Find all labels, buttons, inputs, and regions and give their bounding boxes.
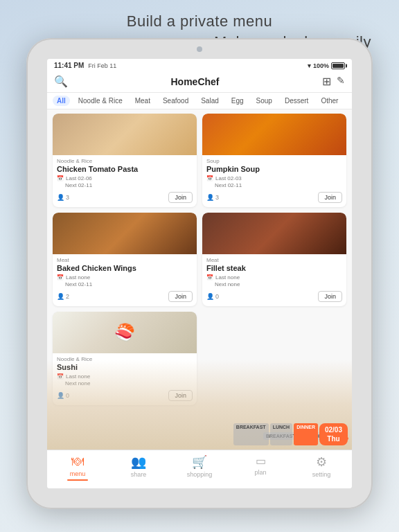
- recipe-img-1: [53, 114, 197, 155]
- recipe-people-1: 👤 3: [57, 194, 69, 201]
- recipe-img-5: [53, 312, 197, 353]
- recipe-next-4: Next none: [206, 281, 342, 287]
- recipe-card-2: Soup Pumpkin Soup 📅 Last 02-03 Next 02-1…: [202, 114, 346, 207]
- category-tabs: All Noodle & Rice Meat Seafood Salad Egg…: [47, 93, 352, 109]
- recipe-next-1: Next 02-11: [57, 182, 193, 188]
- lunch-tab[interactable]: LUNCH: [270, 423, 293, 445]
- menu-label: menu: [70, 470, 86, 477]
- recipe-card-1: Noodle & Rice Chicken Tomato Pasta 📅 Las…: [53, 114, 197, 207]
- cat-tab-noodle[interactable]: Noodle & Rice: [74, 96, 127, 106]
- recipe-last-2: 📅 Last 02-03: [206, 175, 342, 181]
- recipe-footer-3: 👤 2 Join: [53, 290, 197, 302]
- calendar-icon-5: 📅: [57, 373, 64, 380]
- tagline-line1: Build a private menu: [0, 12, 399, 30]
- people-icon-2: 👤: [206, 194, 214, 201]
- recipe-card-3: Meat Baked Chicken Wings 📅 Last none Nex…: [53, 213, 197, 306]
- people-count-3: 2: [66, 293, 69, 300]
- people-icon-5: 👤: [57, 392, 64, 399]
- recipe-footer-5: 👤 0 Join: [53, 389, 197, 401]
- calendar-icon-3: 📅: [57, 274, 64, 281]
- dinner-tab[interactable]: DINNER: [294, 423, 318, 445]
- cat-tab-seafood[interactable]: Seafood: [159, 96, 193, 106]
- ipad-frame: 11:41 PM Fri Feb 11 ▾ 100% 🔍 HomeChef ⊞ …: [26, 38, 373, 509]
- recipe-body-1: Noodle & Rice Chicken Tomato Pasta 📅 Las…: [53, 155, 197, 190]
- recipe-last-date-3: Last none: [66, 274, 90, 281]
- join-btn-2[interactable]: Join: [318, 192, 342, 203]
- grid-icon[interactable]: ⊞: [322, 75, 331, 88]
- breakfast-tab[interactable]: BREAKFAST: [233, 423, 269, 445]
- nav-setting[interactable]: ⚙ setting: [291, 454, 352, 478]
- recipe-footer-4: 👤 0 Join: [202, 290, 346, 302]
- cat-tab-dessert[interactable]: Dessert: [281, 96, 312, 106]
- nav-shopping[interactable]: 🛒 shopping: [169, 454, 230, 478]
- cat-tab-salad[interactable]: Salad: [197, 96, 223, 106]
- recipe-last-3: 📅 Last none: [57, 274, 193, 281]
- setting-icon: ⚙: [316, 454, 327, 470]
- recipe-img-2: [202, 114, 346, 155]
- recipe-footer-2: 👤 3 Join: [202, 190, 346, 203]
- recipe-name-5: Sushi: [57, 363, 193, 371]
- recipe-body-3: Meat Baked Chicken Wings 📅 Last none Nex…: [53, 254, 197, 290]
- status-right: ▾ 100%: [308, 62, 345, 69]
- setting-label: setting: [312, 471, 331, 478]
- recipe-name-1: Chicken Tomato Pasta: [57, 165, 193, 173]
- edit-icon[interactable]: ✎: [337, 75, 345, 88]
- battery-icon: [331, 62, 345, 69]
- join-btn-5[interactable]: Join: [168, 390, 193, 401]
- nav-underline: [67, 479, 88, 481]
- cat-tab-all[interactable]: All: [53, 96, 70, 106]
- menu-icon: 🍽: [71, 454, 84, 469]
- cat-tab-meat[interactable]: Meat: [131, 96, 154, 106]
- shopping-label: shopping: [187, 471, 213, 478]
- nav-plan[interactable]: ▭ plan: [230, 454, 291, 476]
- recipe-name-3: Baked Chicken Wings: [57, 264, 193, 272]
- join-btn-3[interactable]: Join: [168, 291, 193, 302]
- battery-fill: [332, 64, 344, 68]
- recipe-last-date-1: Last 02-06: [66, 175, 92, 181]
- join-btn-1[interactable]: Join: [168, 192, 193, 203]
- date-area: BREAKFAST LUNCH DINNER 02/03 Thu: [233, 423, 348, 445]
- recipe-name-4: Fillet steak: [206, 264, 342, 272]
- calendar-icon-2: 📅: [206, 175, 213, 181]
- app-title: HomeChef: [68, 76, 322, 87]
- people-icon-4: 👤: [206, 293, 214, 300]
- recipe-img-4: [202, 213, 346, 254]
- recipe-cat-2: Soup: [206, 158, 342, 164]
- recipe-body-5: Noodle & Rice Sushi 📅 Last none Next non…: [53, 353, 197, 389]
- calendar-icon-4: 📅: [206, 274, 213, 281]
- plan-icon: ▭: [256, 454, 266, 468]
- recipe-last-date-2: Last 02-03: [215, 175, 242, 181]
- plan-label: plan: [254, 469, 266, 476]
- people-count-5: 0: [66, 392, 69, 399]
- people-count-1: 3: [66, 194, 69, 201]
- date-badge-box: 02/03 Thu: [319, 423, 348, 445]
- recipe-body-2: Soup Pumpkin Soup 📅 Last 02-03 Next 02-1…: [202, 155, 346, 190]
- recipe-last-date-5: Last none: [66, 373, 90, 380]
- recipe-last-date-4: Last none: [215, 274, 240, 281]
- share-icon: 👥: [131, 454, 146, 470]
- search-icon[interactable]: 🔍: [54, 75, 68, 88]
- cat-tab-soup[interactable]: Soup: [252, 96, 276, 106]
- wifi-icon: ▾: [308, 62, 311, 69]
- shopping-icon: 🛒: [192, 454, 207, 470]
- recipe-next-5: Next none: [57, 380, 193, 387]
- recipe-next-2: Next 02-11: [206, 182, 342, 188]
- header-icons-right: ⊞ ✎: [322, 75, 345, 88]
- cat-tab-egg[interactable]: Egg: [227, 96, 248, 106]
- recipe-last-5: 📅 Last none: [57, 373, 193, 380]
- meal-tabs-row: BREAKFAST LUNCH DINNER 02/03 Thu: [233, 423, 348, 445]
- recipe-people-2: 👤 3: [206, 194, 219, 201]
- recipe-cat-1: Noodle & Rice: [57, 158, 193, 164]
- cat-tab-other[interactable]: Other: [317, 96, 342, 106]
- recipe-last-4: 📅 Last none: [206, 274, 342, 281]
- people-count-2: 3: [215, 194, 219, 201]
- nav-menu[interactable]: 🍽 menu: [47, 454, 108, 481]
- join-btn-4[interactable]: Join: [318, 291, 342, 302]
- recipe-next-date-3: Next 02-11: [57, 281, 92, 287]
- recipe-next-date-5: Next none: [57, 380, 90, 387]
- recipe-footer-1: 👤 3 Join: [53, 190, 197, 203]
- recipe-name-2: Pumpkin Soup: [206, 165, 342, 173]
- nav-share[interactable]: 👥 share: [108, 454, 169, 478]
- status-time: 11:41 PM: [54, 62, 84, 69]
- recipe-cat-5: Noodle & Rice: [57, 356, 193, 362]
